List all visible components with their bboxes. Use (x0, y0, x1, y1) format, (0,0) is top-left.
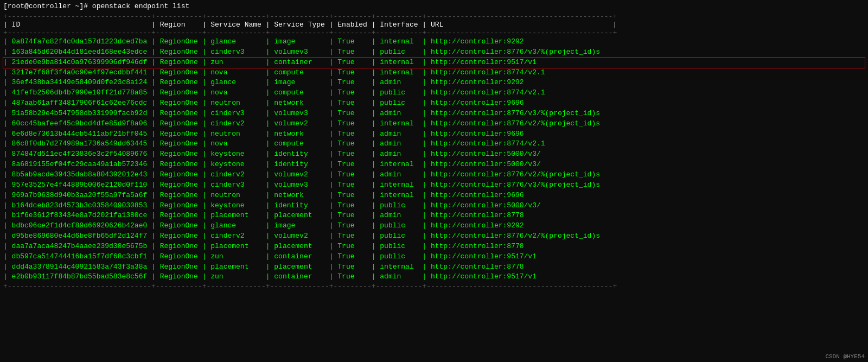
table-row: | 874847d511ec4f23836e3c2f54089676 | Reg… (3, 149, 865, 160)
table-row: | 60cc45bafeef45c9bcd4dfe85d9f8a06 | Reg… (3, 119, 865, 129)
separator-mid: +----------------------------------+----… (3, 29, 865, 37)
separator-top: +----------------------------------+----… (3, 12, 865, 21)
table-row: | 0a874fa7c82f4c0da157d1223dced7ba | Reg… (3, 37, 865, 47)
table-row: | 8a6819155ef04fc29caa49a1ab572346 | Reg… (3, 160, 865, 170)
table-row: | 36ef438ba34149e58409d0fe23c8a124 | Reg… (3, 78, 865, 88)
table-row: | e2b0b93117f84b87bd55bad583e8c56f | Reg… (3, 272, 865, 282)
header-row: | ID | Region | Service Name | Service T… (3, 21, 865, 29)
terminal: [root@controller ~]# openstack endpoint … (0, 0, 868, 362)
table-row: | 969a7b9638d940b3aa20f55a97fa5a6f | Reg… (3, 190, 865, 201)
table-row: | 41fefb2506db4b7990e10ff21d778a85 | Reg… (3, 88, 865, 98)
table-row: | b164dceb823d4573b3c0358409030853 | Reg… (3, 201, 865, 211)
separator-bot: +----------------------------------+----… (3, 282, 865, 290)
prompt-line: [root@controller ~]# openstack endpoint … (3, 2, 865, 10)
table-row: | 86c8f0db7d274989a1736a549dd63445 | Reg… (3, 139, 865, 149)
table-row: | bdbc06ce2f1d4cf89d66920626b42ae0 | Reg… (3, 221, 865, 231)
table-row: | 6e6d8e73613b444cb5411abf21bff045 | Reg… (3, 129, 865, 139)
table-row: | 51a58b29e4b547958db331999facb92d | Reg… (3, 109, 865, 119)
table-row: | b1f6e3612f83434e8a7d2021fa1380ce | Reg… (3, 211, 865, 221)
table-row: | 487aab61aff34817906f61c62ee76cdc | Reg… (3, 98, 865, 109)
table-row: | ddd4a33789144c40921583a743f3a38a | Reg… (3, 262, 865, 272)
table-row: | daa7a7aca48247b4aaee239d38e5675b | Reg… (3, 242, 865, 252)
table-row: | 8b5ab9acde39435dab8a804392012e43 | Reg… (3, 170, 865, 180)
table-row: | 3217e7f68f3f4a0c90e4f97ecdbbf441 | Reg… (3, 68, 865, 78)
table-row: | 21ede0e9ba814c0a976399906df946df | Reg… (3, 58, 865, 68)
table-row: | 957e35257e4f44889b006e2120d0f110 | Reg… (3, 180, 865, 190)
table-row: | db597ca514744416ba15f7df68c3cbf1 | Reg… (3, 252, 865, 262)
table-row: | 163a845d620b44d181eed168ee43edce | Reg… (3, 47, 865, 58)
rows-container: | 0a874fa7c82f4c0da157d1223dced7ba | Reg… (3, 37, 865, 282)
watermark: CSDN @HYE54 (825, 353, 865, 360)
table-row: | d95be869680e44d6be8fb65df2d124f7 | Reg… (3, 231, 865, 242)
